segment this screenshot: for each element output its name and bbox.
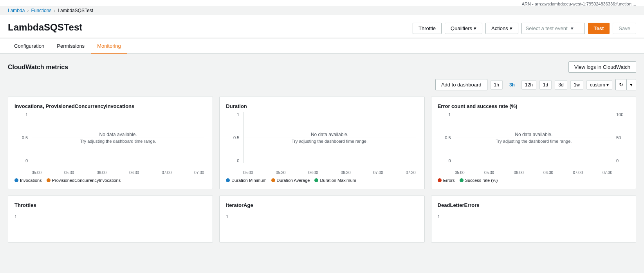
success-rate-dot xyxy=(460,178,464,182)
invocations-plot: No data available. Try adjusting the das… xyxy=(32,112,204,163)
tab-configuration[interactable]: Configuration xyxy=(8,39,51,54)
charts-grid: Invocations, ProvisionedConcurrencyInvoc… xyxy=(8,97,636,242)
tab-permissions[interactable]: Permissions xyxy=(51,39,91,54)
duration-avg-dot xyxy=(271,178,275,182)
legend-provisioned: ProvisionedConcurrencyInvocations xyxy=(47,178,121,183)
dead-letter-y-label: 1 xyxy=(438,211,630,219)
iterator-age-chart-title: IteratorAge xyxy=(226,202,418,208)
error-chart-title: Error count and success rate (%) xyxy=(438,103,630,109)
throttles-chart: Throttles 1 xyxy=(8,196,213,242)
breadcrumb-functions[interactable]: Functions xyxy=(31,8,51,13)
qualifiers-button[interactable]: Qualifiers ▾ xyxy=(445,23,482,34)
actions-button[interactable]: Actions ▾ xyxy=(485,23,518,34)
actions-chevron-icon: ▾ xyxy=(510,25,512,31)
duration-y-axis: 1 0.5 0 xyxy=(226,112,242,163)
header-actions: Throttle Qualifiers ▾ Actions ▾ Select a… xyxy=(413,23,636,34)
error-chart: Error count and success rate (%) 1 0.5 0… xyxy=(431,97,636,189)
page-title: LambdaSQSTest xyxy=(0,19,82,38)
legend-errors: Errors xyxy=(438,178,455,183)
iterator-y-label: 1 xyxy=(226,211,418,219)
section-header: CloudWatch metrics View logs in CloudWat… xyxy=(8,61,636,73)
breadcrumb-lambda[interactable]: Lambda xyxy=(8,8,25,13)
tab-monitoring[interactable]: Monitoring xyxy=(91,39,127,54)
error-legend: Errors Success rate (%) xyxy=(438,178,630,183)
legend-invocations: Invocations xyxy=(14,178,42,183)
duration-plot: No data available. Try adjusting the das… xyxy=(243,112,415,163)
error-y-axis: 1 0.5 0 xyxy=(438,112,453,163)
error-plot: No data available. Try adjusting the das… xyxy=(455,112,612,163)
throttle-button[interactable]: Throttle xyxy=(413,23,442,34)
section-title: CloudWatch metrics xyxy=(8,64,68,71)
arn-text: ARN - arn:aws:lambda:eu-west-1:795024836… xyxy=(522,2,636,6)
errors-dot xyxy=(438,178,442,182)
legend-duration-max: Duration Maximum xyxy=(314,178,356,183)
no-data-text: No data available. Try adjusting the das… xyxy=(496,131,572,144)
legend-duration-min: Duration Minimum xyxy=(226,178,266,183)
time-1d[interactable]: 1d xyxy=(539,80,552,90)
duration-x-axis: 05:00 05:30 06:00 06:30 07:00 07:30 xyxy=(243,171,415,175)
dead-letter-errors-chart-title: DeadLetterErrors xyxy=(438,202,630,208)
throttles-y-label: 1 xyxy=(14,211,206,219)
invocations-chart: Invocations, ProvisionedConcurrencyInvoc… xyxy=(8,97,213,189)
qualifiers-chevron-icon: ▾ xyxy=(474,25,476,31)
time-12h[interactable]: 12h xyxy=(521,80,536,90)
duration-chart-area: 1 0.5 0 No data available. Try adjusting… xyxy=(226,112,418,175)
legend-duration-avg: Duration Average xyxy=(271,178,310,183)
time-3d[interactable]: 3d xyxy=(555,80,567,90)
no-data-text: No data available. Try adjusting the das… xyxy=(292,131,368,144)
duration-legend: Duration Minimum Duration Average Durati… xyxy=(226,178,418,183)
select-test-event-dropdown[interactable]: Select a test event ▾ xyxy=(521,23,585,34)
throttles-chart-title: Throttles xyxy=(14,202,206,208)
invocations-legend-dot xyxy=(14,178,18,182)
time-3h[interactable]: 3h xyxy=(506,80,518,90)
duration-chart: Duration 1 0.5 0 No data available. Try … xyxy=(219,97,424,189)
invocations-chart-area: 1 0.5 0 No data available. Try adjusting… xyxy=(14,112,206,175)
select-event-chevron-icon: ▾ xyxy=(571,25,574,31)
iterator-age-chart: IteratorAge 1 xyxy=(219,196,424,242)
refresh-dropdown-button[interactable]: ▾ xyxy=(627,79,636,90)
error-chart-area: 1 0.5 0 100 50 0 No data available. Try … xyxy=(438,112,630,175)
main-content: CloudWatch metrics View logs in CloudWat… xyxy=(0,54,644,250)
invocations-y-axis: 1 0.5 0 xyxy=(14,112,30,163)
time-1w[interactable]: 1w xyxy=(570,80,583,90)
invocations-chart-title: Invocations, ProvisionedConcurrencyInvoc… xyxy=(14,103,206,109)
legend-success-rate: Success rate (%) xyxy=(460,178,498,183)
time-custom[interactable]: custom ▾ xyxy=(586,80,612,90)
save-button[interactable]: Save xyxy=(613,23,636,34)
error-x-axis: 05:00 05:30 06:00 06:30 07:00 07:30 xyxy=(455,171,612,175)
duration-chart-title: Duration xyxy=(226,103,418,109)
test-button[interactable]: Test xyxy=(588,23,610,34)
time-1h[interactable]: 1h xyxy=(491,80,503,90)
duration-max-dot xyxy=(314,178,318,182)
breadcrumb-current: LambdaSQSTest xyxy=(58,8,93,13)
invocations-x-axis: 05:00 05:30 06:00 06:30 07:00 07:30 xyxy=(32,171,204,175)
duration-min-dot xyxy=(226,178,230,182)
dead-letter-errors-chart: DeadLetterErrors 1 xyxy=(431,196,636,242)
add-to-dashboard-button[interactable]: Add to dashboard xyxy=(435,79,487,90)
error-y-axis-right: 100 50 0 xyxy=(614,112,630,163)
no-data-text: No data available. Try adjusting the das… xyxy=(80,131,156,144)
provisioned-legend-dot xyxy=(47,178,51,182)
time-controls: Add to dashboard 1h 3h 12h 1d 3d 1w cust… xyxy=(8,79,636,90)
refresh-button[interactable]: ↻ xyxy=(615,79,627,90)
top-bar: ARN - arn:aws:lambda:eu-west-1:795024836… xyxy=(0,0,644,54)
refresh-group: ↻ ▾ xyxy=(615,79,636,90)
tabs: Configuration Permissions Monitoring xyxy=(0,39,644,54)
invocations-legend: Invocations ProvisionedConcurrencyInvoca… xyxy=(14,178,206,183)
view-logs-button[interactable]: View logs in CloudWatch xyxy=(568,61,636,73)
